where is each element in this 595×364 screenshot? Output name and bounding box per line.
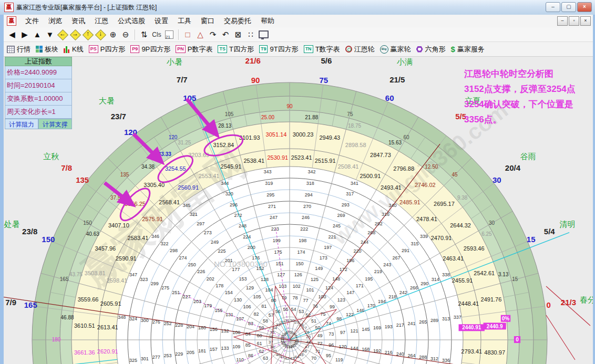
tool-winner-wheel[interactable]: Big赢家轮 [380,45,411,54]
tool-9t-square[interactable]: T99T四方形 [259,45,299,54]
price-outer-value: 3407.10 [108,222,129,228]
spiral-number: 246 [302,215,310,220]
spiral-number: 222 [300,226,308,232]
spiral-number: 6 [290,330,292,334]
spiral-number: 218 [388,294,396,299]
pan-down-icon[interactable]: ↓ [95,29,106,40]
arc-ccw-tool-icon[interactable]: ↶ [220,29,231,40]
tool-gann-wheel[interactable]: 江恩轮 [345,45,375,54]
menu-item-9[interactable]: 帮助 [256,15,279,27]
tool-sectors[interactable]: 板块 [36,45,58,54]
nav-next-icon[interactable]: ▶ [19,29,30,40]
menu-item-6[interactable]: 工具 [173,15,196,27]
pointer-down-icon[interactable]: ▼ [44,29,56,40]
zoom-in-icon[interactable]: ⊕ [107,29,119,40]
spiral-number: 86 [248,353,253,358]
tool-quotes[interactable]: 行情 [7,45,30,54]
spiral-number: 275 [161,285,169,290]
menu-item-7[interactable]: 窗口 [196,15,219,27]
child-restore-button[interactable]: ▫ [569,16,579,26]
menu-item-2[interactable]: 资讯 [67,15,90,27]
kline-icon [64,46,70,53]
pan-up-icon[interactable]: ↑ [82,29,94,40]
spiral-number: 37 [269,340,273,345]
price-inner-value: 2478.41 [416,216,437,222]
tool-p-number-table[interactable]: PNP数字表 [176,45,212,54]
spiral-number: 96 [329,342,334,348]
percent-value: 9.38 [457,195,468,201]
outer-degree-label: 135 [76,175,89,184]
menu-item-0[interactable]: 文件 [20,15,44,27]
tool-hexagon[interactable]: 六角形 [416,45,446,54]
zoom-out-icon[interactable]: ⊖ [120,29,131,40]
tool-p-square[interactable]: PSP四方形 [89,45,126,54]
tool-t-number-table[interactable]: TNT数字表 [304,45,340,54]
calendar-21-icon[interactable]: 21 [163,29,175,40]
clear-box-tool-icon[interactable]: ⊠ [232,29,244,40]
solar-term-label: 立夏 [465,96,480,105]
pan-right-icon[interactable]: → [69,29,81,40]
gann-wheel-canvas[interactable]: 赢家财富网www.yingjia360.comNO.10380036012345… [4,57,593,364]
triangle-tool-icon[interactable]: △ [194,29,206,40]
spiral-number: 253 [163,353,171,358]
arc-cw-tool-icon[interactable]: ↷ [207,29,219,40]
minimize-button[interactable]: – [546,2,560,12]
calc-resistance-button[interactable]: 计算阻力 [5,119,38,129]
price-inner-value: 2508.41 [338,163,359,170]
spiral-number: 312 [430,356,438,361]
spiral-number: 178 [216,283,223,288]
child-minimize-button[interactable]: – [557,16,568,26]
dotted-cross-tool-icon[interactable]: ∷ [245,29,257,40]
menu-item-8[interactable]: 交易委托 [219,15,256,27]
spiral-number: 74 [326,321,331,326]
gann-wheel-chart[interactable]: 赢家财富网www.yingjia360.comNO.10380036012345… [4,57,593,364]
spiral-number: 105 [253,294,261,299]
tool-9p-square[interactable]: P99P四方形 [130,45,170,54]
spiral-number: 72 [317,341,322,346]
price-inner-current: 2440.91 [462,325,481,330]
main-toolbar: ◀▶▲▼←→↑↓⊕⊖⇅Cls21□△↷↶⊠∷ [4,27,593,42]
spiral-number: 78 [292,295,298,300]
spiral-number: 43 [290,356,294,361]
spiral-number: 155 [215,308,223,313]
degree-value: 120 [169,134,178,140]
percent-value: 3.13 [498,272,509,277]
percent-value: 34.38 [141,164,155,170]
spiral-number: 83 [248,321,253,326]
nav-prev-icon[interactable]: ◀ [6,29,18,40]
spiral-number: 120 [339,344,347,349]
pointer-up-icon[interactable]: ▲ [32,29,43,40]
pan-left-icon[interactable]: ← [57,29,68,40]
spiral-number: 35 [270,330,274,335]
cls-button-icon[interactable]: Cls [151,29,162,40]
tool-t-square[interactable]: TST四方形 [218,45,253,54]
close-button[interactable]: × [577,2,592,12]
tool-kline[interactable]: K线 [64,45,84,54]
rect-tool-icon[interactable]: □ [182,29,193,40]
app-logo-icon: 赢 [7,16,16,26]
child-close-button[interactable]: × [580,16,591,26]
menu-item-1[interactable]: 浏览 [44,15,67,27]
spiral-number: 248 [239,223,247,228]
title-bar[interactable]: 赢 赢家江恩专业版[赢家服务平台] - [上证指数 江恩轮] – ▢ × [0,0,595,15]
spiral-number: 301 [141,356,149,361]
scale-adjust-icon[interactable]: ⇅ [138,29,150,40]
spiral-number: 348 [118,315,126,320]
outer-degree-label: 60 [385,93,394,102]
spiral-number: 224 [243,234,251,240]
percent-special: 33.33 [158,151,171,157]
spiral-number: 124 [325,285,333,290]
menu-item-4[interactable]: 公式选股 [113,15,150,27]
degree-value: 45 [452,172,458,178]
tool-winner-service[interactable]: $赢家服务 [451,45,485,54]
spiral-number: 25 [306,335,311,339]
spiral-number: 29 [294,320,299,325]
screen-tool-icon[interactable] [258,29,269,40]
9p-square-icon: P9 [130,45,139,53]
price-inner-value: 2575.91 [142,216,163,222]
menu-item-5[interactable]: 设置 [150,15,173,27]
percent-value: 15.63 [388,140,402,145]
maximize-button[interactable]: ▢ [561,2,576,12]
menu-item-3[interactable]: 江恩 [90,15,113,27]
calc-support-button[interactable]: 计算支撑 [38,119,72,129]
